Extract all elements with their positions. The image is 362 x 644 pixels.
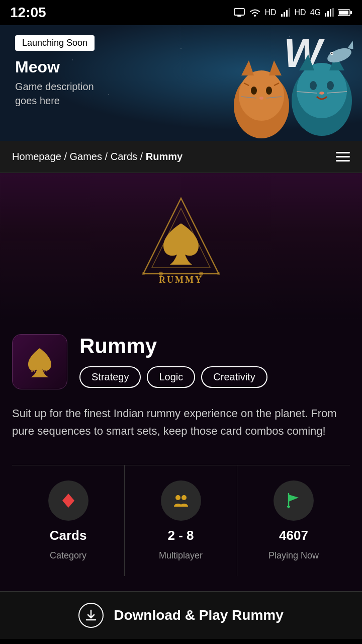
svg-rect-6 <box>289 8 290 17</box>
banner-section: Launching Soon Meow Game descriptiongoes… <box>0 25 362 141</box>
download-icon-circle <box>78 603 104 628</box>
hd-badge-1: HD <box>264 8 276 17</box>
svg-point-28 <box>327 81 334 90</box>
nav-bar: Homepage / Games / Cards / Rummy <box>0 141 362 173</box>
svg-rect-9 <box>330 9 331 17</box>
svg-text:RUMMY: RUMMY <box>159 275 203 285</box>
svg-point-40 <box>159 272 163 276</box>
stat-multiplayer: 2 - 8 Multiplayer <box>125 465 237 576</box>
hamburger-line-3 <box>336 160 350 162</box>
breadcrumb-games[interactable]: Games <box>70 151 102 162</box>
svg-point-26 <box>297 63 347 118</box>
svg-point-41 <box>199 272 203 276</box>
breadcrumb-homepage[interactable]: Homepage <box>12 151 61 162</box>
game-tags: Strategy Logic Creativity <box>79 366 350 388</box>
game-icon-spade: RUMMY <box>22 344 57 379</box>
svg-rect-0 <box>234 9 244 15</box>
diamond-icon <box>59 492 77 510</box>
status-icons: HD HD 4G <box>233 8 352 17</box>
breadcrumb-sep-3: / <box>140 151 146 162</box>
svg-rect-12 <box>339 11 348 15</box>
tag-strategy[interactable]: Strategy <box>79 366 141 388</box>
stat-icon-circle-playing <box>274 480 314 521</box>
stat-playing-now: 4607 Playing Now <box>237 465 350 576</box>
svg-point-15 <box>239 70 284 121</box>
game-info-section: RUMMY Rummy Strategy Logic Creativity Su… <box>0 319 362 591</box>
hero-logo: RUMMY <box>131 193 231 294</box>
download-button-label: Download & Play Rummy <box>114 607 284 623</box>
stat-category: Cards Category <box>12 465 125 576</box>
battery-icon <box>338 9 352 17</box>
svg-point-43 <box>217 272 220 275</box>
breadcrumb-sep-2: / <box>105 151 111 162</box>
svg-rect-5 <box>286 10 288 17</box>
svg-marker-30 <box>299 54 314 70</box>
banner-illustration <box>211 40 362 141</box>
wifi-icon <box>249 8 260 17</box>
svg-point-27 <box>310 81 317 90</box>
game-meta: Rummy Strategy Logic Creativity <box>79 334 350 388</box>
game-header: RUMMY Rummy Strategy Logic Creativity <box>12 334 350 389</box>
svg-point-2 <box>254 15 256 17</box>
svg-point-36 <box>331 53 333 54</box>
network-signal-icon <box>325 8 334 17</box>
svg-point-17 <box>266 87 272 95</box>
download-bar[interactable]: Download & Play Rummy <box>0 591 362 639</box>
svg-point-29 <box>319 92 324 95</box>
svg-rect-1 <box>237 16 241 17</box>
status-time: 12:05 <box>10 5 46 21</box>
svg-point-16 <box>251 87 257 95</box>
launching-soon-badge: Launching Soon <box>15 35 95 51</box>
game-title: Rummy <box>79 334 350 358</box>
game-description: Suit up for the finest Indian rummy expe… <box>12 405 350 440</box>
signal-icon <box>281 8 291 17</box>
stat-icon-circle-category <box>48 480 88 521</box>
tablet-icon <box>233 8 245 17</box>
svg-point-42 <box>142 272 145 275</box>
people-icon <box>172 492 190 510</box>
hd-badge-2: HD <box>295 8 306 17</box>
svg-marker-45 <box>62 494 74 508</box>
stat-label-category: Category <box>50 550 86 561</box>
hero-section: RUMMY <box>0 173 362 319</box>
svg-rect-4 <box>284 12 285 17</box>
svg-rect-8 <box>327 11 329 17</box>
svg-rect-13 <box>350 11 352 14</box>
breadcrumb-cards[interactable]: Cards <box>111 151 137 162</box>
stat-value-multiplayer: 2 - 8 <box>167 528 194 543</box>
stat-label-multiplayer: Multiplayer <box>159 550 203 561</box>
svg-point-47 <box>182 495 187 500</box>
hamburger-line-1 <box>336 152 350 153</box>
game-icon: RUMMY <box>12 334 67 389</box>
rummy-spade-logo: RUMMY <box>131 193 231 294</box>
svg-text:RUMMY: RUMMY <box>31 369 49 373</box>
tag-logic[interactable]: Logic <box>147 366 195 388</box>
tag-creativity[interactable]: Creativity <box>201 366 267 388</box>
svg-point-18 <box>259 97 263 100</box>
flag-icon <box>285 492 303 510</box>
svg-rect-7 <box>325 13 326 17</box>
breadcrumb-sep-1: / <box>64 151 69 162</box>
status-bar: 12:05 HD HD 4G <box>0 0 362 25</box>
svg-rect-10 <box>332 8 334 17</box>
svg-marker-19 <box>241 60 254 75</box>
hamburger-menu[interactable] <box>336 152 350 162</box>
download-icon <box>84 608 98 622</box>
stat-label-playing: Playing Now <box>268 550 319 561</box>
hamburger-line-2 <box>336 156 350 157</box>
breadcrumb-rummy[interactable]: Rummy <box>146 151 183 162</box>
svg-point-46 <box>175 495 180 500</box>
stat-icon-circle-multiplayer <box>161 480 201 521</box>
blue-cat-icon <box>284 35 362 141</box>
stat-value-category: Cards <box>50 528 87 543</box>
svg-rect-3 <box>281 14 283 17</box>
breadcrumb: Homepage / Games / Cards / Rummy <box>12 151 183 163</box>
network-badge: 4G <box>310 8 321 17</box>
stats-section: Cards Category 2 - 8 Multiplayer <box>12 465 350 576</box>
stat-value-playing: 4607 <box>279 528 308 543</box>
svg-marker-20 <box>269 60 282 75</box>
